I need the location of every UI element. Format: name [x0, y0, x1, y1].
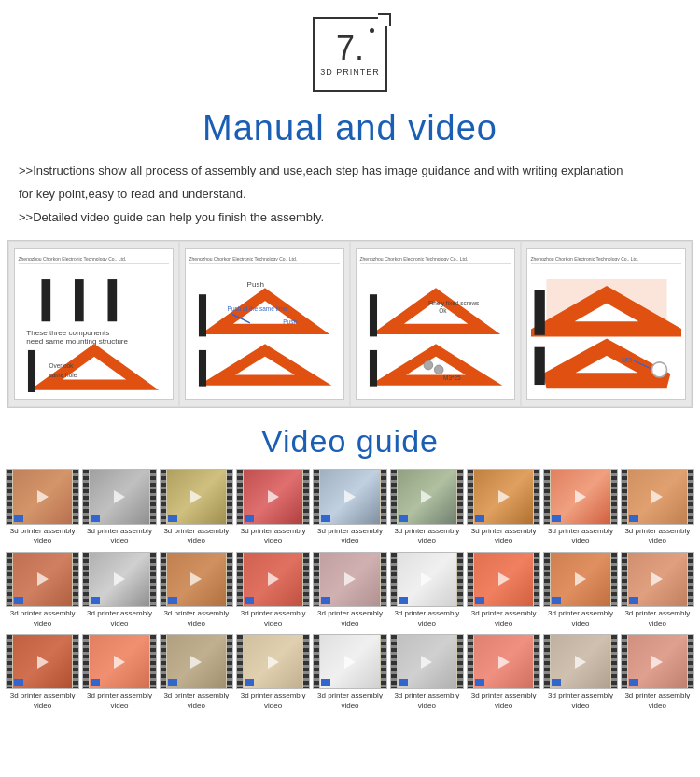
svg-text:Ok: Ok: [439, 307, 447, 314]
video-thumb-3-4[interactable]: 3d printer assembly video: [236, 634, 310, 711]
svg-rect-11: [198, 294, 205, 336]
video-label: 3d printer assembly video: [621, 691, 694, 711]
video-thumb-3-3[interactable]: 3d printer assembly video: [160, 634, 233, 711]
video-label: 3d printer assembly video: [82, 609, 156, 629]
svg-text:Finely fixed screws: Finely fixed screws: [427, 300, 478, 307]
svg-text:same hole: same hole: [49, 372, 77, 378]
play-icon: [37, 572, 49, 586]
video-thumb-1-7[interactable]: 3d printer assembly video: [467, 469, 540, 545]
video-frame: [82, 634, 156, 689]
description-line1: >>Instructions show all process of assem…: [19, 162, 681, 181]
video-frame: [160, 634, 233, 690]
svg-marker-15: [217, 350, 313, 380]
video-thumb-1-9[interactable]: 3d printer assembly video: [621, 469, 694, 545]
video-badge: [91, 597, 100, 604]
video-label: 3d printer assembly video: [390, 609, 464, 629]
video-thumb-3-9[interactable]: 3d printer assembly video: [621, 634, 694, 711]
manual-page-3: Zhengzhou Chorkon Electronic Technology …: [350, 241, 521, 407]
video-label: 3d printer assembly video: [236, 609, 310, 629]
video-thumb-2-3[interactable]: 3d printer assembly video: [160, 552, 233, 629]
svg-text:M3: M3: [622, 356, 633, 364]
video-thumb-1-3[interactable]: 3d printer assembly video: [160, 469, 233, 545]
video-label: 3d printer assembly video: [543, 691, 617, 711]
video-badge: [552, 515, 561, 522]
video-frame: [390, 469, 464, 525]
video-thumb-1-2[interactable]: 3d printer assembly video: [82, 469, 156, 545]
play-icon: [190, 572, 202, 586]
video-frame: [621, 469, 694, 525]
video-thumb-1-8[interactable]: 3d printer assembly video: [543, 469, 617, 545]
video-badge: [399, 679, 408, 686]
svg-point-24: [434, 365, 443, 374]
video-label: 3d printer assembly video: [6, 691, 79, 711]
video-badge: [321, 597, 330, 604]
video-frame: [467, 469, 540, 524]
video-thumb-2-6[interactable]: 3d printer assembly video: [390, 552, 464, 629]
svg-rect-6: [27, 350, 35, 392]
video-thumb-2-8[interactable]: 3d printer assembly video: [543, 552, 617, 629]
play-icon: [114, 490, 125, 503]
play-icon: [498, 656, 510, 669]
play-icon: [575, 656, 586, 669]
video-thumb-1-1[interactable]: 3d printer assembly video: [6, 469, 79, 545]
video-frame: [543, 469, 617, 524]
video-thumb-2-5[interactable]: 3d printer assembly video: [313, 552, 386, 629]
video-badge: [14, 515, 23, 522]
video-badge: [245, 515, 254, 522]
video-thumb-1-5[interactable]: 3d printer assembly video: [313, 469, 386, 545]
svg-text:need same mounting structure: need same mounting structure: [26, 338, 128, 346]
video-guide-title: Video guide: [0, 423, 700, 459]
video-badge: [168, 597, 177, 604]
video-thumb-2-7[interactable]: 3d printer assembly video: [467, 552, 540, 629]
play-icon: [114, 572, 125, 586]
video-frame: [313, 634, 386, 689]
video-thumb-3-1[interactable]: 3d printer assembly video: [6, 634, 79, 711]
video-label: 3d printer assembly video: [390, 691, 464, 711]
video-thumb-1-4[interactable]: 3d printer assembly video: [236, 469, 310, 545]
play-icon: [268, 572, 279, 586]
play-icon: [421, 572, 432, 586]
play-icon: [651, 656, 663, 669]
step-badge: 7. 3D PRINTER: [313, 17, 387, 92]
video-label: 3d printer assembly video: [236, 691, 310, 711]
video-frame: [6, 634, 79, 689]
main-title: Manual and video: [0, 108, 700, 148]
video-thumb-2-1[interactable]: 3d printer assembly video: [6, 552, 79, 629]
svg-text:Push: Push: [283, 319, 297, 326]
video-label: 3d printer assembly video: [160, 527, 233, 546]
video-badge: [552, 679, 561, 686]
video-thumb-3-5[interactable]: 3d printer assembly video: [313, 634, 386, 711]
video-thumb-3-2[interactable]: 3d printer assembly video: [82, 634, 156, 711]
svg-rect-22: [369, 350, 376, 387]
play-icon: [114, 656, 125, 669]
video-label: 3d printer assembly video: [390, 527, 464, 546]
video-grid-row3: 3d printer assembly video 3d printer ass…: [0, 634, 700, 711]
video-thumb-2-9[interactable]: 3d printer assembly video: [621, 552, 694, 629]
video-thumb-1-6[interactable]: 3d printer assembly video: [390, 469, 464, 545]
play-icon: [498, 572, 510, 586]
video-label: 3d printer assembly video: [236, 527, 310, 546]
svg-rect-2: [107, 279, 117, 321]
manual-page-4: Zhengzhou Chorkon Electronic Technology …: [521, 241, 692, 407]
video-grid-row2: 3d printer assembly video 3d printer ass…: [0, 552, 700, 629]
play-icon: [268, 490, 279, 503]
video-thumb-3-8[interactable]: 3d printer assembly video: [543, 634, 617, 711]
play-icon: [421, 490, 432, 503]
video-grid-row1: 3d printer assembly video 3d printer ass…: [0, 469, 700, 545]
badge-dot: [370, 28, 374, 33]
video-label: 3d printer assembly video: [82, 527, 156, 546]
video-label: 3d printer assembly video: [467, 609, 540, 629]
video-thumb-2-2[interactable]: 3d printer assembly video: [82, 552, 156, 629]
video-badge: [245, 679, 254, 686]
description-line2: for key point,easy to read and understan…: [19, 185, 681, 205]
svg-rect-27: [534, 290, 544, 335]
video-badge: [245, 597, 254, 604]
svg-point-23: [424, 360, 433, 370]
video-frame: [160, 552, 233, 608]
video-label: 3d printer assembly video: [160, 691, 233, 711]
svg-text:Push at the same time: Push at the same time: [227, 305, 287, 312]
video-thumb-3-6[interactable]: 3d printer assembly video: [390, 634, 464, 711]
video-thumb-2-4[interactable]: 3d printer assembly video: [236, 552, 310, 629]
video-label: 3d printer assembly video: [467, 527, 540, 546]
video-thumb-3-7[interactable]: 3d printer assembly video: [467, 634, 540, 711]
